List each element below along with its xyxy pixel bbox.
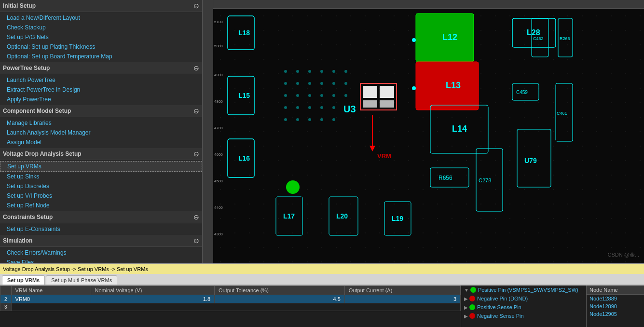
launch-analysis-model-manager-item[interactable]: Launch Analysis Model Manager <box>0 128 202 137</box>
tab-setup-multiphase-vrms[interactable]: Set up Multi-Phase VRMs <box>46 275 117 285</box>
row-number-2: 3 <box>0 303 12 311</box>
component-model-setup-label: Component Model Setup <box>3 108 71 114</box>
optional-temperature-item[interactable]: Optional: Set up Board Temperature Map <box>0 52 202 61</box>
expand-icon-4: ▶ <box>464 313 468 319</box>
check-stackup-item[interactable]: Check Stackup <box>0 23 202 32</box>
setup-vrms-item[interactable]: Set up VRMs <box>0 161 202 172</box>
svg-point-71 <box>284 118 287 121</box>
pcb-area[interactable]: L18 L15 L16 L12 L13 <box>203 0 644 263</box>
svg-point-65 <box>344 94 347 97</box>
svg-text:4600: 4600 <box>214 152 223 157</box>
top-area: Initial Setup ⊖ Load a New/Different Lay… <box>0 0 644 263</box>
svg-point-61 <box>296 94 299 97</box>
svg-text:L28: L28 <box>527 28 540 37</box>
svg-point-70 <box>332 106 335 109</box>
svg-text:C459: C459 <box>516 90 528 95</box>
node-list: Node Name Node12889 Node12890 Node12905 <box>586 286 644 327</box>
svg-text:5000: 5000 <box>214 44 223 48</box>
powertree-setup-items: Launch PowerTree Extract PowerTree in De… <box>0 74 202 105</box>
node-item-1[interactable]: Node12890 <box>587 302 644 310</box>
status-bar: Voltage Drop Analysis Setup -> Set up VR… <box>0 263 644 274</box>
setup-vi-probes-item[interactable]: Set up V/I Probes <box>0 191 202 201</box>
apply-powertree-item[interactable]: Apply PowerTree <box>0 95 202 104</box>
powertree-setup-header: PowerTree Setup ⊖ <box>0 62 202 74</box>
svg-text:R656: R656 <box>438 175 452 181</box>
node-item-0[interactable]: Node12889 <box>587 295 644 302</box>
svg-point-53 <box>344 70 347 73</box>
svg-point-66 <box>284 106 287 109</box>
svg-point-75 <box>332 118 335 121</box>
tabs-row: Set up VRMs Set up Multi-Phase VRMs <box>0 274 644 286</box>
output-tolerance-cell[interactable]: 4.5 <box>215 295 345 303</box>
setup-econstraints-item[interactable]: Set up E-Constraints <box>0 224 202 234</box>
extract-powertree-item[interactable]: Extract PowerTree in Design <box>0 85 202 95</box>
table-row-empty[interactable]: 3 <box>0 303 461 311</box>
pin-item-positive-sw[interactable]: ▼ Positive Pin (VSMPS1_SW/VSMPS2_SW) <box>461 286 586 294</box>
bottom-content: VRM Name Nominal Voltage (V) Output Tole… <box>0 286 644 327</box>
nominal-voltage-cell[interactable]: 1.8 <box>91 295 215 303</box>
constraints-setup-header: Constraints Setup ⊖ <box>0 211 202 223</box>
component-model-setup-header: Component Model Setup ⊖ <box>0 105 202 117</box>
pin-item-negative-sense[interactable]: ▶ Negative Sense Pin <box>461 312 586 320</box>
pin-item-positive-sense[interactable]: ▶ Positive Sense Pin <box>461 303 586 312</box>
ruler-left <box>203 0 213 263</box>
optional-plating-item[interactable]: Optional: Set up Plating Thickness <box>0 42 202 52</box>
simulation-label: Simulation <box>3 237 32 244</box>
vrm-table-area: VRM Name Nominal Voltage (V) Output Tole… <box>0 286 461 327</box>
col-output-tolerance: Output Tolerance (%) <box>215 286 345 295</box>
main-container: Initial Setup ⊖ Load a New/Different Lay… <box>0 0 644 327</box>
svg-point-67 <box>296 106 299 109</box>
setup-discretes-item[interactable]: Set up Discretes <box>0 181 202 191</box>
pin-label-negative-dgnd: Negative Pin (DGND) <box>477 296 528 301</box>
pcb-canvas[interactable]: L18 L15 L16 L12 L13 <box>213 9 644 263</box>
pin-label-positive-sense: Positive Sense Pin <box>477 304 521 310</box>
svg-text:5100: 5100 <box>214 20 223 24</box>
launch-powertree-item[interactable]: Launch PowerTree <box>0 75 202 85</box>
svg-point-56 <box>308 82 311 85</box>
initial-setup-header: Initial Setup ⊖ <box>0 0 202 12</box>
svg-text:4900: 4900 <box>214 73 223 77</box>
setup-pg-nets-item[interactable]: Set up P/G Nets <box>0 32 202 42</box>
powertree-setup-collapse[interactable]: ⊖ <box>193 64 199 72</box>
node-item-2[interactable]: Node12905 <box>587 310 644 318</box>
simulation-collapse[interactable]: ⊖ <box>193 237 199 245</box>
svg-point-58 <box>332 82 335 85</box>
svg-point-11 <box>412 38 416 42</box>
assign-model-item[interactable]: Assign Model <box>0 137 202 147</box>
ruler-top <box>213 0 644 9</box>
svg-point-63 <box>320 94 323 97</box>
expand-icon-3: ▶ <box>464 305 468 310</box>
col-row-num <box>0 286 12 295</box>
svg-text:4700: 4700 <box>214 126 223 130</box>
svg-text:L17: L17 <box>283 212 295 220</box>
vrm-name-cell[interactable]: VRM0 <box>11 295 91 303</box>
powertree-setup-label: PowerTree Setup <box>3 65 50 71</box>
voltage-drop-setup-collapse[interactable]: ⊖ <box>193 150 199 158</box>
initial-setup-collapse[interactable]: ⊖ <box>193 2 199 10</box>
check-errors-item[interactable]: Check Errors/Warnings <box>0 248 202 258</box>
setup-ref-node-item[interactable]: Set up Ref Node <box>0 201 202 210</box>
svg-rect-22 <box>380 86 394 98</box>
simulation-items: Check Errors/Warnings Save Files <box>0 247 202 263</box>
component-model-setup-collapse[interactable]: ⊖ <box>193 107 199 115</box>
setup-sinks-item[interactable]: Set up Sinks <box>0 172 202 181</box>
save-files-item[interactable]: Save Files <box>0 258 202 263</box>
output-current-cell[interactable]: 3 <box>344 295 460 303</box>
svg-point-59 <box>344 82 347 85</box>
load-layout-item[interactable]: Load a New/Different Layout <box>0 13 202 23</box>
vrm-table: VRM Name Nominal Voltage (V) Output Tole… <box>0 286 461 311</box>
manage-libraries-item[interactable]: Manage Libraries <box>0 118 202 128</box>
tab-setup-vrms[interactable]: Set up VRMs <box>2 275 45 285</box>
svg-text:L16: L16 <box>238 154 250 162</box>
svg-text:4800: 4800 <box>214 99 223 104</box>
svg-point-73 <box>308 118 311 121</box>
constraints-setup-collapse[interactable]: ⊖ <box>193 213 199 221</box>
svg-point-48 <box>284 70 287 73</box>
component-model-setup-items: Manage Libraries Launch Analysis Model M… <box>0 117 202 148</box>
svg-point-47 <box>286 180 300 194</box>
pin-item-negative-dgnd[interactable]: ▶ Negative Pin (DGND) <box>461 294 586 303</box>
svg-point-55 <box>296 82 299 85</box>
svg-point-49 <box>296 70 299 73</box>
pin-label-negative-sense: Negative Sense Pin <box>477 313 524 319</box>
table-row[interactable]: 2 VRM0 1.8 4.5 3 <box>0 295 461 303</box>
